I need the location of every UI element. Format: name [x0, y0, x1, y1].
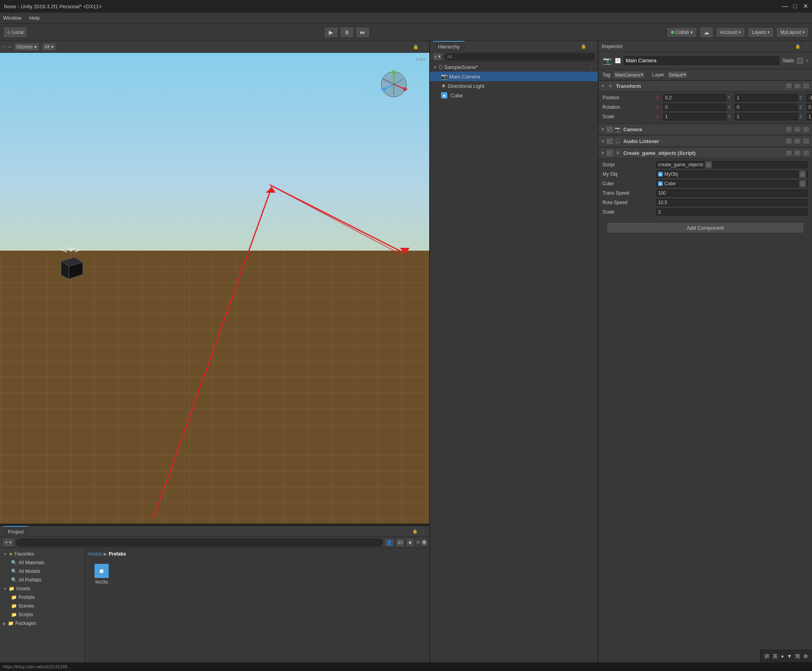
scale-z-input[interactable]: [806, 113, 812, 120]
hierarchy-tab[interactable]: Hierarchy: [433, 41, 465, 52]
pos-z-input[interactable]: [806, 94, 812, 101]
layer-dropdown[interactable]: Default ▾: [667, 71, 688, 79]
gameobject-icon: 📷: [603, 56, 612, 65]
transform-help-btn[interactable]: ?: [785, 83, 792, 89]
script-checkbox[interactable]: [607, 151, 612, 156]
ime-simple[interactable]: 简: [795, 653, 800, 660]
camera-help-btn[interactable]: ?: [785, 126, 792, 132]
myobj-ref-field[interactable]: ■ MyObj ⊙: [656, 171, 808, 178]
rot-z-input[interactable]: [806, 104, 812, 111]
project-search-input[interactable]: [16, 539, 383, 546]
tag-dropdown[interactable]: MainCamera ▾: [613, 71, 645, 79]
file-item-myobj[interactable]: ■ MyObj: [88, 561, 115, 586]
layout-dropdown[interactable]: MyLayout ▾: [776, 27, 809, 37]
script-pick-btn[interactable]: ⊙: [705, 161, 712, 168]
static-checkbox[interactable]: [797, 58, 803, 63]
minimize-btn[interactable]: —: [782, 4, 788, 9]
static-dropdown-arrow[interactable]: ▾: [806, 58, 808, 63]
project-lock-icon[interactable]: 🔒: [412, 528, 418, 535]
camera-preset-btn[interactable]: ≡: [794, 126, 801, 132]
ime-english[interactable]: 英: [773, 653, 778, 660]
samplescene-more-icon[interactable]: ⋮: [588, 64, 595, 70]
rota-speed-input[interactable]: [656, 199, 808, 206]
maximize-btn[interactable]: □: [792, 4, 798, 9]
tree-item-favorites[interactable]: ▼ ★ Favorites: [0, 550, 84, 558]
menu-window[interactable]: Window: [3, 15, 21, 21]
tree-item-prefabs[interactable]: 📁 Prefabs: [0, 593, 84, 602]
cube-ref-field[interactable]: ■ Cube ⊙: [656, 180, 808, 187]
tree-item-assets[interactable]: ▼ 📁 Assets: [0, 584, 84, 593]
ime-arrow[interactable]: ▼: [787, 653, 792, 659]
gameobject-active-checkbox[interactable]: [615, 58, 621, 63]
pause-button[interactable]: ⏸: [340, 27, 354, 38]
favorites-btn[interactable]: ★: [406, 538, 414, 547]
pos-y-input[interactable]: [735, 94, 798, 101]
hierarchy-more-icon[interactable]: ⋮: [588, 43, 595, 50]
scene-view[interactable]: ⊹ ▭ Gizmos ▾ All ▾ 🔒 ⋮: [0, 41, 429, 524]
hierarchy-add-btn[interactable]: + ▾: [432, 53, 443, 61]
inspector-lock-icon[interactable]: 🔒: [795, 43, 801, 50]
local-toggle-btn[interactable]: ⊹ Local: [3, 27, 27, 38]
ime-settings-icon[interactable]: ⚙: [803, 653, 808, 659]
tree-item-all-prefabs[interactable]: 🔍 All Prefabs: [0, 576, 84, 584]
camera-more-btn[interactable]: ⋮: [803, 126, 810, 132]
script-preset-btn[interactable]: ≡: [794, 150, 801, 156]
hier-item-cube[interactable]: ■ Cube: [430, 91, 598, 100]
transform-preset-btn[interactable]: ≡: [794, 83, 801, 89]
accounts-icon-btn[interactable]: 👤: [384, 538, 394, 547]
collab-button[interactable]: Collab ▾: [667, 27, 697, 37]
scale-y-input[interactable]: [735, 113, 798, 120]
cloud-button[interactable]: ☁: [699, 27, 714, 38]
account-dropdown[interactable]: Account ▾: [716, 27, 745, 37]
script-more-btn[interactable]: ⋮: [803, 150, 810, 156]
step-button[interactable]: ⏭: [356, 27, 370, 38]
rot-y-input[interactable]: [735, 104, 798, 111]
ime-chinese[interactable]: 拼: [764, 653, 769, 660]
hierarchy-search-input[interactable]: [444, 53, 595, 60]
visibility-badge[interactable]: 👁 8: [416, 540, 427, 545]
gameobject-name-input[interactable]: [624, 56, 779, 65]
project-add-btn[interactable]: + ▾: [2, 538, 14, 547]
audio-preset-btn[interactable]: ≡: [794, 138, 801, 144]
audio-checkbox[interactable]: [607, 139, 612, 144]
audio-more-btn[interactable]: ⋮: [803, 138, 810, 144]
tree-item-all-materials[interactable]: 🔍 All Materials: [0, 558, 84, 567]
project-more-icon[interactable]: ⋮: [420, 528, 426, 535]
project-tab[interactable]: Project: [3, 526, 28, 537]
transform-more-btn[interactable]: ⋮: [803, 83, 810, 89]
scene-gizmos-btn[interactable]: Gizmos ▾: [14, 43, 39, 51]
script-header[interactable]: ▼ # Create_game_objects (Script) ? ≡ ⋮: [599, 147, 812, 158]
rot-x-input[interactable]: [663, 104, 726, 111]
inspector-more-icon[interactable]: ⋮: [803, 43, 809, 50]
trans-speed-input[interactable]: [656, 190, 808, 197]
layers-dropdown[interactable]: Layers ▾: [747, 27, 774, 37]
transform-header[interactable]: ▼ ⊹ Transform ? ≡ ⋮: [599, 80, 812, 91]
scene-gizmo[interactable]: Y X Z: [378, 69, 410, 101]
camera-component-checkbox[interactable]: [607, 127, 612, 132]
cube-pick-btn[interactable]: ⊙: [799, 180, 806, 187]
tree-item-scripts[interactable]: 📁 Scripts: [0, 610, 84, 619]
tree-item-packages[interactable]: ▶ 📁 Packages: [0, 619, 84, 628]
hier-item-directional-light[interactable]: ☀ Directional Light: [430, 81, 598, 91]
tree-item-scenes[interactable]: 📁 Scenes: [0, 602, 84, 610]
ime-dot[interactable]: ♦: [781, 653, 784, 659]
script-help-btn[interactable]: ?: [785, 150, 792, 156]
myobj-pick-btn[interactable]: ⊙: [799, 171, 806, 178]
audio-help-btn[interactable]: ?: [785, 138, 792, 144]
menu-help[interactable]: Help: [29, 15, 40, 21]
camera-component-header[interactable]: ▼ 📷 Camera ? ≡ ⋮: [599, 124, 812, 135]
search-filter-btn[interactable]: 🏷: [396, 538, 404, 547]
hierarchy-lock-icon[interactable]: 🔒: [580, 43, 587, 50]
hier-item-samplescene[interactable]: ▼ ⬡ SampleScene* ⋮: [430, 62, 598, 72]
tree-item-all-models[interactable]: 🔍 All Models: [0, 567, 84, 576]
close-btn[interactable]: ✕: [803, 4, 808, 9]
scale-x-input[interactable]: [663, 113, 726, 120]
audio-listener-header[interactable]: ▼ 🎧 Audio Listener ? ≡ ⋮: [599, 136, 812, 147]
hier-item-main-camera[interactable]: 📷 Main Camera: [430, 72, 598, 81]
add-component-button[interactable]: Add Component: [606, 222, 804, 233]
pos-x-input[interactable]: [663, 94, 726, 101]
play-button[interactable]: ▶: [324, 27, 338, 38]
script-scale-input[interactable]: [656, 208, 808, 216]
breadcrumb-assets[interactable]: Assets: [88, 551, 102, 557]
scene-all-btn[interactable]: All ▾: [42, 43, 56, 51]
